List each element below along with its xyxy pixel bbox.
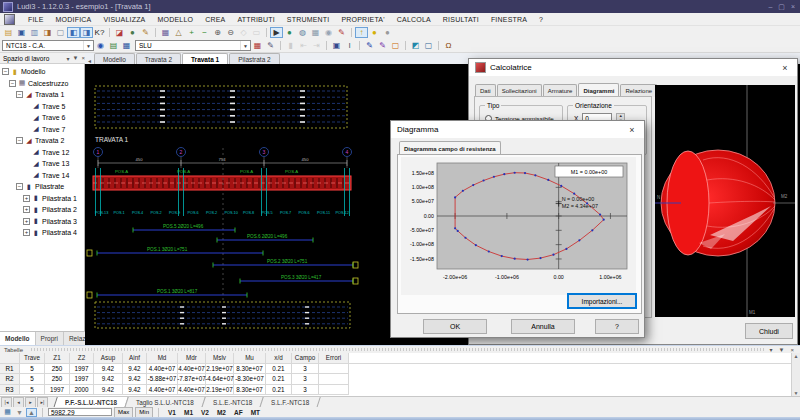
doc-tab-travata-1[interactable]: Travata 1 — [182, 53, 228, 64]
add-icon[interactable]: + — [185, 27, 198, 38]
frame-icon[interactable]: ▢ — [422, 40, 435, 51]
window-zoom-icon[interactable]: ▭ — [250, 27, 263, 38]
bar-icon[interactable]: ▮ — [284, 40, 297, 51]
menu-modello[interactable]: MODELLO — [152, 13, 200, 26]
result-label-v2[interactable]: V2 — [197, 409, 213, 416]
close-icon[interactable]: × — [773, 59, 797, 76]
importazioni-button[interactable]: Importazioni... — [568, 294, 636, 308]
tree-item-pilastrate[interactable]: −▮Pilastrate — [0, 181, 84, 193]
pen-blue-icon[interactable]: ✎ — [363, 40, 376, 51]
menu-calcola[interactable]: CALCOLA — [391, 13, 437, 26]
sheet-nav-3[interactable]: ▸| — [37, 397, 48, 408]
extents-right-icon[interactable]: ⇥ — [310, 40, 323, 51]
bulb-on-icon[interactable]: ● — [368, 27, 381, 38]
tree-item-pilastrata-2[interactable]: +▮Pilastrata 2 — [0, 204, 84, 216]
collapse-icon[interactable]: − — [16, 137, 23, 144]
calc-tab-diagrammi[interactable]: Diagrammi — [578, 83, 619, 97]
scale-value-input[interactable] — [48, 408, 112, 416]
sheet-tab-s-l-f-ntc18[interactable]: S.L.F.-NTC18 — [259, 397, 321, 408]
diagramma-title-bar[interactable]: Diagramma × — [391, 121, 644, 138]
norm-icon[interactable]: ◉ — [94, 40, 107, 51]
remove-icon[interactable]: − — [198, 27, 211, 38]
expand-icon[interactable]: + — [23, 229, 30, 236]
print-preview-icon[interactable]: ◨ — [41, 27, 54, 38]
calcolatrice-title-bar[interactable]: Calcolatrice × — [469, 59, 797, 76]
select-cursor-icon[interactable]: ▶ — [270, 27, 283, 38]
menu-strumenti[interactable]: STRUMENTI — [281, 13, 336, 26]
report-pencil-icon[interactable]: ✎ — [264, 40, 277, 51]
tree-item-trave-14[interactable]: ◢Trave 14 — [0, 170, 84, 182]
globe-green-icon[interactable]: ● — [283, 27, 296, 38]
pane-left-icon[interactable]: ◧ — [67, 27, 80, 38]
tree-item-calcestruzzo[interactable]: −▦Calcestruzzo — [0, 78, 84, 90]
annotate-icon[interactable]: ✎ — [335, 27, 348, 38]
tree-item-pilastrata-1[interactable]: +▮Pilastrata 1 — [0, 193, 84, 205]
ibeam-icon[interactable]: I — [343, 40, 356, 51]
chevron-down-icon[interactable]: ▾ — [770, 346, 773, 353]
tree-item-trave-12[interactable]: ◢Trave 12 — [0, 147, 84, 159]
domain-3d-viewport[interactable]: NM2M1 — [655, 85, 795, 317]
table-row[interactable]: R35199720009.429.424.40e+074.40e+072.19e… — [0, 385, 791, 396]
collapse-icon[interactable]: − — [9, 80, 16, 87]
load-case-combo[interactable]: SLU ▼ — [135, 40, 251, 51]
help-button[interactable]: ? — [595, 319, 639, 334]
book-icon[interactable]: ▤ — [107, 40, 120, 51]
expand-icon[interactable]: + — [23, 195, 30, 202]
max-marker-icon[interactable]: ▲ — [26, 408, 37, 417]
tree-item-trave-7[interactable]: ◢Trave 7 — [0, 124, 84, 136]
tabelle-panel-header[interactable]: Tabelle ▾ ▼ × — [0, 345, 800, 353]
result-label-v1[interactable]: V1 — [164, 409, 180, 416]
context-help-icon[interactable]: K? — [93, 27, 106, 38]
page-icon[interactable]: ▢ — [54, 27, 67, 38]
doc-tab-pilastrata-2[interactable]: Pilastrata 2 — [229, 53, 280, 64]
result-label-af[interactable]: AF — [230, 409, 247, 416]
result-label-m1[interactable]: M1 — [180, 409, 197, 416]
grid-flash-icon[interactable]: ▦ — [159, 27, 172, 38]
pane-right-icon[interactable]: ◨ — [80, 27, 93, 38]
bulb-off-icon[interactable]: ● — [381, 27, 394, 38]
tree-item-travata-1[interactable]: −◢Travata 1 — [0, 89, 84, 101]
collapse-icon[interactable]: − — [16, 91, 23, 98]
menu-proprieta[interactable]: PROPRIETA' — [335, 13, 390, 26]
draw-green-icon[interactable]: ● — [126, 27, 139, 38]
min-button[interactable]: Min — [135, 407, 153, 418]
sheet-tab-s-l-e-ntc18[interactable]: S.L.E.-NTC18 — [201, 397, 264, 408]
tree-item-travata-2[interactable]: −◢Travata 2 — [0, 135, 84, 147]
min-marker-icon[interactable]: ▼ — [14, 408, 25, 417]
section-icon[interactable]: ▣ — [330, 40, 343, 51]
menu-visualizza[interactable]: VISUALIZZA — [97, 13, 151, 26]
drag-handle[interactable] — [31, 348, 766, 351]
globe-wire-icon[interactable]: ◍ — [296, 27, 309, 38]
tab-campo-di-resistenza[interactable]: Diagramma campo di resistenza — [399, 141, 501, 155]
table-row[interactable]: R2525019979.429.42-5.88e+07-7.87e+07-4.6… — [0, 374, 791, 385]
workspace-tab-propri[interactable]: Propri — [36, 332, 64, 345]
menu-finestra[interactable]: FINESTRA — [485, 13, 533, 26]
ok-button[interactable]: OK — [423, 319, 487, 334]
draw-red-icon[interactable]: ◪ — [113, 27, 126, 38]
tree-item-modello[interactable]: −▮Modello — [0, 66, 84, 78]
doc-tab-modello[interactable]: Modello — [94, 53, 135, 64]
max-button[interactable]: Max — [114, 407, 133, 418]
norm-combo[interactable]: NTC18 - C.A. ▼ — [2, 40, 94, 51]
collapse-icon[interactable]: − — [2, 68, 9, 75]
tree-item-trave-6[interactable]: ◢Trave 6 — [0, 112, 84, 124]
doc-tab-travata-2[interactable]: Travata 2 — [136, 53, 181, 64]
pencil-icon[interactable]: ✎ — [139, 27, 152, 38]
tree-item-trave-5[interactable]: ◢Trave 5 — [0, 101, 84, 113]
menu-attributi[interactable]: ATTRIBUTI — [231, 13, 280, 26]
maximize-button[interactable]: ▢ — [778, 3, 785, 11]
mesh-icon[interactable]: ▦ — [309, 27, 322, 38]
annulla-button[interactable]: Annulla — [511, 319, 575, 334]
sheet-nav-2[interactable]: ▸ — [25, 397, 36, 408]
sheet-nav-1[interactable]: ◂ — [13, 397, 24, 408]
zoom-out-icon[interactable]: ⊖ — [224, 27, 237, 38]
box-orange-icon[interactable]: ▢ — [389, 40, 402, 51]
menu-file[interactable]: FILE — [22, 13, 50, 26]
menu-modifica[interactable]: MODIFICA — [50, 13, 98, 26]
pin-icon[interactable]: ▼ — [73, 55, 79, 62]
omega-icon[interactable]: Ω — [442, 40, 455, 51]
arrow-up-icon[interactable]: ↑ — [355, 27, 368, 38]
expand-icon[interactable]: + — [23, 206, 30, 213]
table-combo-icon[interactable]: ▦ — [120, 40, 133, 51]
close-icon[interactable]: × — [790, 347, 794, 353]
